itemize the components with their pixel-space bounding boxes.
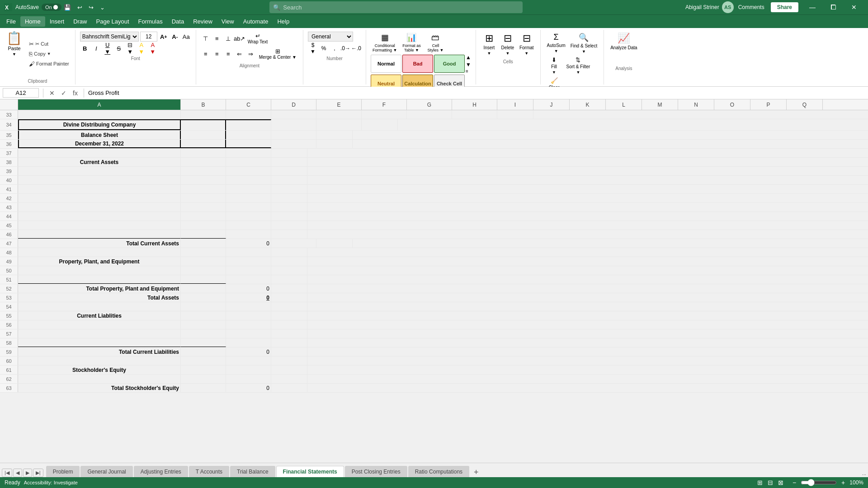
clear-format-button[interactable]: Aa [181, 32, 191, 42]
cell-C47[interactable]: 0 [226, 239, 271, 248]
bold-button[interactable]: B [80, 43, 90, 53]
menu-data[interactable]: Data [167, 16, 189, 27]
search-input[interactable] [269, 1, 523, 13]
cell-A53[interactable]: Total Assets [18, 293, 181, 302]
sheet-tab-general-journal[interactable]: General Journal [80, 466, 132, 477]
cell-styles-button[interactable]: 🗃 CellStyles ▼ [424, 32, 447, 53]
strikethrough-button[interactable]: S [114, 43, 124, 53]
cell-A63[interactable]: Total Stockholder's Equity [18, 384, 181, 392]
comma-button[interactable]: , [330, 43, 340, 53]
sheet-tab-trial-balance[interactable]: Trial Balance [230, 466, 275, 477]
fill-color-button[interactable]: A ▼ [137, 43, 146, 53]
sheet-nav-last[interactable]: ▶| [33, 469, 43, 477]
customize-button[interactable]: ⌄ [98, 3, 107, 12]
increase-font-button[interactable]: A+ [159, 32, 169, 42]
menu-review[interactable]: Review [189, 16, 217, 27]
cell-rest-36[interactable] [316, 140, 353, 148]
zoom-slider[interactable] [801, 479, 837, 486]
formula-cancel-button[interactable]: ✕ [47, 89, 57, 98]
col-header-J[interactable]: J [533, 99, 570, 110]
cell-D34[interactable] [271, 119, 316, 130]
cell-C33[interactable] [226, 110, 271, 119]
page-break-button[interactable]: ⊠ [776, 478, 785, 487]
cell-rest-35[interactable] [316, 131, 353, 139]
decrease-indent-button[interactable]: ⇐ [235, 49, 245, 59]
menu-help[interactable]: Help [273, 16, 294, 27]
sheet-nav-prev[interactable]: ◀ [13, 469, 22, 477]
cell-A37[interactable] [18, 149, 181, 157]
autosum-button[interactable]: Σ AutoSum ▼ [545, 32, 567, 55]
cell-D35[interactable] [271, 131, 316, 139]
cell-C36[interactable] [226, 140, 271, 148]
menu-draw[interactable]: Draw [69, 16, 91, 27]
increase-decimal-button[interactable]: .0→ [340, 43, 350, 53]
cut-button[interactable]: ✂ ✂ Cut [27, 39, 71, 48]
sort-filter-button[interactable]: ⇅ Sort & Filter ▼ [565, 56, 592, 75]
font-color-button[interactable]: A ▼ [148, 43, 158, 53]
increase-indent-button[interactable]: ⇒ [246, 49, 256, 59]
col-header-E[interactable]: E [316, 99, 362, 110]
sheet-tab-t-accounts[interactable]: T Accounts [189, 466, 229, 477]
merge-center-btn[interactable]: ⊞ Merge & Center ▼ [257, 47, 298, 61]
cell-B34[interactable] [181, 119, 226, 130]
cell-C52[interactable]: 0 [226, 284, 271, 293]
cell-B47[interactable] [181, 239, 226, 248]
cell-C34[interactable] [226, 119, 271, 130]
formula-confirm-button[interactable]: ✓ [59, 89, 68, 98]
cell-B39[interactable] [181, 167, 226, 175]
cell-A34[interactable]: Divine Distribuing Company [18, 119, 181, 130]
font-name-select[interactable]: Bahnschrift SemiLig [80, 32, 139, 42]
insert-cell-button[interactable]: ⊞ Insert ▼ [481, 32, 498, 56]
cell-C35[interactable] [226, 131, 271, 139]
sheet-nav-first[interactable]: |◀ [2, 469, 12, 477]
cell-A59[interactable]: Total Current Liabilities [18, 347, 181, 356]
minimize-button[interactable]: — [802, 0, 823, 14]
cell-C59[interactable]: 0 [226, 347, 271, 356]
cell-C46[interactable] [226, 230, 271, 239]
col-header-I[interactable]: I [497, 99, 533, 110]
col-header-M[interactable]: M [642, 99, 678, 110]
cell-E34[interactable] [316, 119, 362, 130]
cell-B46[interactable] [181, 230, 226, 239]
col-header-A[interactable]: A [18, 99, 181, 110]
col-header-P[interactable]: P [750, 99, 787, 110]
sheet-tab-adjusting-entries[interactable]: Adjusting Entries [134, 466, 188, 477]
sheet-tab-financial-statements[interactable]: Financial Statements [276, 466, 344, 477]
col-header-C[interactable]: C [226, 99, 271, 110]
align-top-button[interactable]: ⊤ [201, 33, 211, 43]
menu-automate[interactable]: Automate [239, 16, 273, 27]
sheet-nav-next[interactable]: ▶ [23, 469, 32, 477]
comments-button[interactable]: Comments [734, 2, 769, 12]
align-bottom-button[interactable]: ⊥ [223, 33, 233, 43]
percent-button[interactable]: % [319, 43, 329, 53]
zoom-out-button[interactable]: − [791, 478, 798, 487]
border-button[interactable]: ⊟ ▼ [125, 43, 135, 53]
col-header-D[interactable]: D [271, 99, 316, 110]
redo-button[interactable]: ↪ [86, 3, 96, 12]
formula-input[interactable] [88, 89, 865, 96]
style-good[interactable]: Good [434, 55, 465, 73]
cell-A33[interactable] [18, 110, 181, 119]
autosave-toggle[interactable]: On [42, 4, 61, 11]
cell-rest-38[interactable] [271, 158, 307, 166]
menu-view[interactable]: View [217, 16, 239, 27]
share-button[interactable]: Share [771, 2, 798, 12]
add-sheet-button[interactable]: + [470, 468, 482, 477]
cell-A38[interactable]: Current Assets [18, 158, 181, 166]
cell-B33[interactable] [181, 110, 226, 119]
cell-rest-33[interactable] [497, 110, 533, 119]
col-header-G[interactable]: G [407, 99, 452, 110]
cell-A61[interactable]: Stockholder's Equity [18, 366, 181, 374]
cell-A49[interactable]: Property, Plant, and Equipment [18, 257, 181, 266]
col-header-Q[interactable]: Q [787, 99, 823, 110]
align-center-button[interactable]: ≡ [212, 49, 222, 59]
underline-button[interactable]: U ▼ [103, 43, 113, 53]
copy-button[interactable]: ⎘ Copy ▼ [27, 49, 71, 58]
cell-A35[interactable]: Balance Sheet [18, 131, 181, 139]
zoom-in-button[interactable]: + [840, 478, 847, 487]
cell-A52[interactable]: Total Property, Plant and Equipment [18, 284, 181, 293]
style-bad[interactable]: Bad [402, 55, 433, 73]
cell-A39[interactable] [18, 167, 181, 175]
cell-D36[interactable] [271, 140, 316, 148]
number-format-select[interactable]: General Number Currency [308, 32, 353, 42]
